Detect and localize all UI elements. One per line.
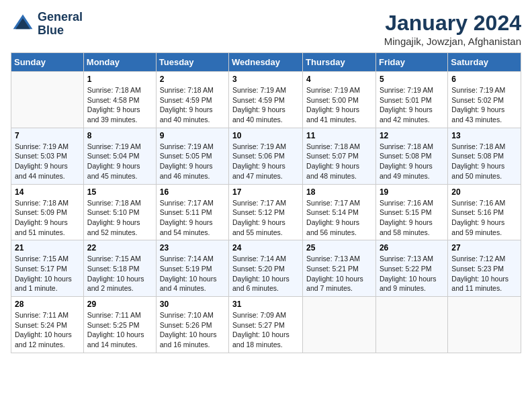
day-number: 22 bbox=[87, 243, 152, 253]
day-info: Sunrise: 7:15 AMSunset: 5:18 PMDaylight:… bbox=[87, 254, 152, 293]
calendar-day-cell: 15Sunrise: 7:18 AMSunset: 5:10 PMDayligh… bbox=[83, 184, 156, 240]
calendar-day-cell: 28Sunrise: 7:11 AMSunset: 5:24 PMDayligh… bbox=[11, 297, 84, 353]
day-number: 17 bbox=[232, 187, 299, 197]
day-number: 29 bbox=[87, 300, 152, 309]
calendar-day-cell: 31Sunrise: 7:09 AMSunset: 5:27 PMDayligh… bbox=[229, 297, 303, 353]
day-number: 16 bbox=[160, 187, 225, 197]
day-number: 27 bbox=[451, 243, 517, 253]
weekday-header-friday: Friday bbox=[375, 53, 447, 72]
day-number: 19 bbox=[380, 187, 444, 197]
calendar-day-cell bbox=[11, 72, 84, 128]
calendar-day-cell: 22Sunrise: 7:15 AMSunset: 5:18 PMDayligh… bbox=[83, 240, 156, 297]
day-number: 1 bbox=[87, 75, 152, 84]
day-info: Sunrise: 7:11 AMSunset: 5:25 PMDaylight:… bbox=[87, 310, 152, 350]
calendar-table: SundayMondayTuesdayWednesdayThursdayFrid… bbox=[11, 52, 521, 353]
day-number: 20 bbox=[451, 187, 517, 197]
day-info: Sunrise: 7:18 AMSunset: 5:08 PMDaylight:… bbox=[380, 142, 444, 181]
calendar-day-cell: 4Sunrise: 7:19 AMSunset: 5:00 PMDaylight… bbox=[303, 72, 376, 128]
day-number: 10 bbox=[232, 131, 299, 140]
day-number: 13 bbox=[451, 131, 517, 140]
calendar-day-cell: 1Sunrise: 7:18 AMSunset: 4:58 PMDaylight… bbox=[83, 72, 156, 128]
day-info: Sunrise: 7:16 AMSunset: 5:16 PMDaylight:… bbox=[451, 198, 517, 238]
calendar-day-cell: 5Sunrise: 7:19 AMSunset: 5:01 PMDaylight… bbox=[375, 72, 447, 128]
day-info: Sunrise: 7:13 AMSunset: 5:21 PMDaylight:… bbox=[306, 254, 372, 293]
day-info: Sunrise: 7:19 AMSunset: 5:00 PMDaylight:… bbox=[306, 85, 372, 125]
logo-icon bbox=[11, 12, 35, 36]
calendar-day-cell: 20Sunrise: 7:16 AMSunset: 5:16 PMDayligh… bbox=[448, 184, 521, 240]
calendar-day-cell: 30Sunrise: 7:10 AMSunset: 5:26 PMDayligh… bbox=[156, 297, 228, 353]
weekday-header-tuesday: Tuesday bbox=[156, 53, 228, 72]
calendar-week-row: 1Sunrise: 7:18 AMSunset: 4:58 PMDaylight… bbox=[11, 72, 521, 128]
day-info: Sunrise: 7:14 AMSunset: 5:20 PMDaylight:… bbox=[232, 254, 299, 293]
calendar-day-cell: 18Sunrise: 7:17 AMSunset: 5:14 PMDayligh… bbox=[303, 184, 376, 240]
weekday-header-sunday: Sunday bbox=[11, 53, 84, 72]
day-info: Sunrise: 7:18 AMSunset: 5:07 PMDaylight:… bbox=[306, 142, 372, 181]
day-number: 9 bbox=[160, 131, 225, 140]
day-info: Sunrise: 7:18 AMSunset: 5:09 PMDaylight:… bbox=[15, 198, 80, 238]
day-number: 8 bbox=[87, 131, 152, 140]
day-info: Sunrise: 7:19 AMSunset: 5:04 PMDaylight:… bbox=[87, 142, 152, 181]
day-info: Sunrise: 7:18 AMSunset: 4:58 PMDaylight:… bbox=[87, 85, 152, 125]
calendar-day-cell: 6Sunrise: 7:19 AMSunset: 5:02 PMDaylight… bbox=[448, 72, 521, 128]
day-number: 5 bbox=[380, 75, 444, 84]
day-number: 28 bbox=[15, 300, 80, 309]
day-info: Sunrise: 7:18 AMSunset: 4:59 PMDaylight:… bbox=[160, 85, 225, 125]
day-info: Sunrise: 7:19 AMSunset: 5:02 PMDaylight:… bbox=[451, 85, 517, 125]
day-number: 15 bbox=[87, 187, 152, 197]
day-info: Sunrise: 7:19 AMSunset: 5:03 PMDaylight:… bbox=[15, 142, 80, 181]
day-number: 3 bbox=[232, 75, 299, 84]
calendar-day-cell: 27Sunrise: 7:12 AMSunset: 5:23 PMDayligh… bbox=[448, 240, 521, 297]
calendar-day-cell: 11Sunrise: 7:18 AMSunset: 5:07 PMDayligh… bbox=[303, 128, 376, 184]
day-info: Sunrise: 7:09 AMSunset: 5:27 PMDaylight:… bbox=[232, 310, 299, 350]
weekday-header-wednesday: Wednesday bbox=[229, 53, 303, 72]
day-info: Sunrise: 7:19 AMSunset: 4:59 PMDaylight:… bbox=[232, 85, 299, 125]
calendar-day-cell: 7Sunrise: 7:19 AMSunset: 5:03 PMDaylight… bbox=[11, 128, 84, 184]
day-number: 18 bbox=[306, 187, 372, 197]
day-number: 7 bbox=[15, 131, 80, 140]
calendar-day-cell: 9Sunrise: 7:19 AMSunset: 5:05 PMDaylight… bbox=[156, 128, 228, 184]
location: Mingajik, Jowzjan, Afghanistan bbox=[384, 36, 521, 47]
calendar-day-cell: 16Sunrise: 7:17 AMSunset: 5:11 PMDayligh… bbox=[156, 184, 228, 240]
weekday-header-thursday: Thursday bbox=[303, 53, 376, 72]
day-number: 6 bbox=[451, 75, 517, 84]
calendar-day-cell: 14Sunrise: 7:18 AMSunset: 5:09 PMDayligh… bbox=[11, 184, 84, 240]
calendar-week-row: 7Sunrise: 7:19 AMSunset: 5:03 PMDaylight… bbox=[11, 128, 521, 184]
day-number: 30 bbox=[160, 300, 225, 309]
day-number: 24 bbox=[232, 243, 299, 253]
day-number: 12 bbox=[380, 131, 444, 140]
calendar-day-cell: 10Sunrise: 7:19 AMSunset: 5:06 PMDayligh… bbox=[229, 128, 303, 184]
day-number: 25 bbox=[306, 243, 372, 253]
day-info: Sunrise: 7:17 AMSunset: 5:14 PMDaylight:… bbox=[306, 198, 372, 238]
calendar-week-row: 14Sunrise: 7:18 AMSunset: 5:09 PMDayligh… bbox=[11, 184, 521, 240]
weekday-header-monday: Monday bbox=[83, 53, 156, 72]
calendar-day-cell: 17Sunrise: 7:17 AMSunset: 5:12 PMDayligh… bbox=[229, 184, 303, 240]
day-info: Sunrise: 7:19 AMSunset: 5:05 PMDaylight:… bbox=[160, 142, 225, 181]
weekday-header-saturday: Saturday bbox=[448, 53, 521, 72]
calendar-day-cell: 26Sunrise: 7:13 AMSunset: 5:22 PMDayligh… bbox=[375, 240, 447, 297]
day-number: 2 bbox=[160, 75, 225, 84]
calendar-day-cell: 24Sunrise: 7:14 AMSunset: 5:20 PMDayligh… bbox=[229, 240, 303, 297]
calendar-day-cell: 21Sunrise: 7:15 AMSunset: 5:17 PMDayligh… bbox=[11, 240, 84, 297]
day-number: 11 bbox=[306, 131, 372, 140]
day-number: 26 bbox=[380, 243, 444, 253]
day-number: 14 bbox=[15, 187, 80, 197]
calendar-day-cell: 2Sunrise: 7:18 AMSunset: 4:59 PMDaylight… bbox=[156, 72, 228, 128]
month-title: January 2024 bbox=[384, 11, 521, 36]
day-info: Sunrise: 7:17 AMSunset: 5:12 PMDaylight:… bbox=[232, 198, 299, 238]
calendar-day-cell: 13Sunrise: 7:18 AMSunset: 5:08 PMDayligh… bbox=[448, 128, 521, 184]
calendar-day-cell bbox=[448, 297, 521, 353]
logo-text: General Blue bbox=[38, 11, 83, 38]
calendar-day-cell: 3Sunrise: 7:19 AMSunset: 4:59 PMDaylight… bbox=[229, 72, 303, 128]
logo: General Blue bbox=[11, 11, 83, 38]
calendar-day-cell: 8Sunrise: 7:19 AMSunset: 5:04 PMDaylight… bbox=[83, 128, 156, 184]
calendar-day-cell: 25Sunrise: 7:13 AMSunset: 5:21 PMDayligh… bbox=[303, 240, 376, 297]
day-info: Sunrise: 7:14 AMSunset: 5:19 PMDaylight:… bbox=[160, 254, 225, 293]
day-info: Sunrise: 7:17 AMSunset: 5:11 PMDaylight:… bbox=[160, 198, 225, 238]
day-info: Sunrise: 7:19 AMSunset: 5:06 PMDaylight:… bbox=[232, 142, 299, 181]
calendar-day-cell: 23Sunrise: 7:14 AMSunset: 5:19 PMDayligh… bbox=[156, 240, 228, 297]
calendar-week-row: 28Sunrise: 7:11 AMSunset: 5:24 PMDayligh… bbox=[11, 297, 521, 353]
weekday-header-row: SundayMondayTuesdayWednesdayThursdayFrid… bbox=[11, 53, 521, 72]
day-info: Sunrise: 7:15 AMSunset: 5:17 PMDaylight:… bbox=[15, 254, 80, 293]
calendar-day-cell bbox=[375, 297, 447, 353]
day-info: Sunrise: 7:12 AMSunset: 5:23 PMDaylight:… bbox=[451, 254, 517, 293]
